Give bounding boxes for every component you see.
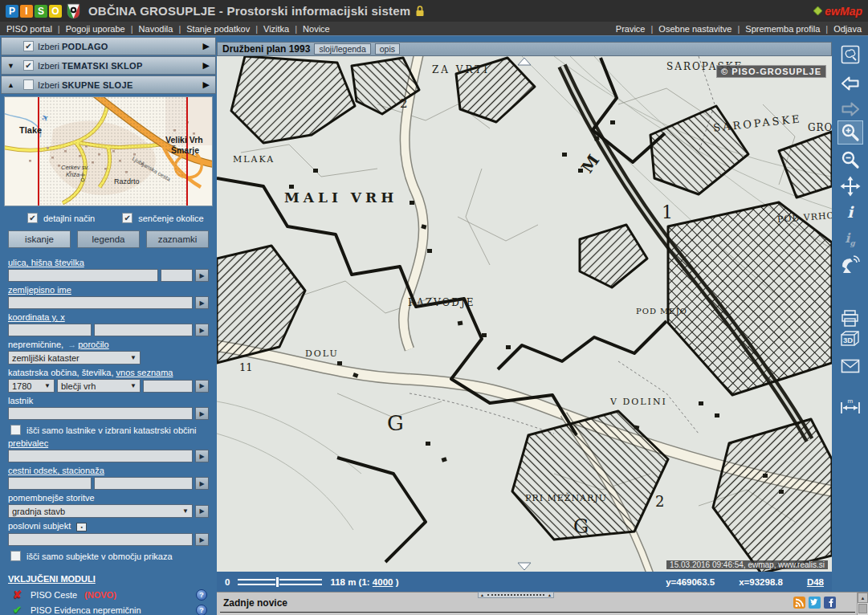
option-detailed-mode[interactable]: ✔ detajlni način: [27, 213, 95, 223]
geoname-input[interactable]: [8, 296, 193, 309]
services-select[interactable]: gradnja stavb ▼: [8, 504, 193, 518]
list-entry-link[interactable]: vnos seznama: [116, 368, 173, 377]
modules-title: VKLJUČENI MODULI: [8, 574, 217, 584]
panel-open-arrow-icon[interactable]: ▶: [203, 60, 210, 71]
menu-odjava[interactable]: Odjava: [820, 24, 862, 34]
business-search-button[interactable]: ▶: [195, 533, 209, 546]
owner-input[interactable]: [8, 407, 193, 420]
tab-legenda[interactable]: legenda: [77, 230, 140, 248]
scale-slider[interactable]: [238, 579, 322, 585]
menu-pravice[interactable]: Pravice: [616, 24, 646, 34]
menu-sprememba-profila[interactable]: Sprememba profila: [731, 24, 820, 34]
checkbox[interactable]: ✔: [122, 213, 132, 223]
map-image[interactable]: [217, 56, 832, 572]
measure-button[interactable]: m: [837, 394, 863, 418]
panel-checkbox[interactable]: ✔: [23, 60, 34, 71]
scroll-up-button[interactable]: ▲: [858, 593, 868, 603]
tab-iskanje[interactable]: iskanje: [8, 230, 71, 248]
expander-icon[interactable]: ▲: [7, 81, 23, 89]
module-link[interactable]: PISO Evidenca nepremičnin: [31, 605, 141, 615]
twitter-icon[interactable]: [809, 597, 821, 609]
identify-button[interactable]: i: [837, 200, 863, 224]
identify-group-button[interactable]: ig: [837, 227, 863, 251]
road-section-input[interactable]: [8, 477, 92, 490]
menu-pogoji-uporabe[interactable]: Pogoji uporabe: [52, 24, 125, 34]
business-registry-icon[interactable]: ▪: [76, 523, 87, 532]
tab-zaznamki[interactable]: zaznamki: [146, 230, 209, 248]
news-scrollbar[interactable]: ▲: [857, 593, 868, 615]
scroll-thumb[interactable]: [858, 604, 867, 613]
geoname-label[interactable]: zemljepisno ime: [8, 285, 209, 295]
cadastral-name-select[interactable]: blečji vrh ▼: [57, 379, 141, 393]
pan-button[interactable]: [837, 174, 863, 198]
panel-header-podlago[interactable]: ✔ Izberi PODLAGO ▶: [1, 37, 216, 55]
geoname-search-button[interactable]: ▶: [195, 296, 209, 309]
forward-button[interactable]: [837, 97, 863, 121]
panel-resize-handle[interactable]: ▲ ▲: [478, 592, 554, 598]
option-shading[interactable]: ✔ senčenje okolice: [122, 213, 203, 223]
coordinate-label[interactable]: koordinata y, x: [8, 312, 209, 322]
menu-novice[interactable]: Novice: [289, 24, 329, 34]
coordinate-y-input[interactable]: [8, 324, 92, 336]
checkbox[interactable]: ✔: [10, 425, 21, 435]
help-button[interactable]: ?: [196, 589, 207, 601]
road-section-label[interactable]: cestni odsek, stacionaža: [8, 466, 209, 475]
business-filter-option[interactable]: ✔ išči samo subjekte v območju prikaza: [10, 551, 209, 561]
description-button[interactable]: opis: [375, 43, 400, 55]
menu-stanje-podatkov[interactable]: Stanje podatkov: [173, 24, 250, 34]
layers-legend-button[interactable]: sloji/legenda: [314, 43, 370, 55]
parcel-search-button[interactable]: ▶: [195, 380, 209, 393]
scale-ratio-link[interactable]: 4000: [373, 577, 393, 587]
road-section-search-button[interactable]: ▶: [195, 477, 209, 490]
datum-link[interactable]: D48: [807, 577, 824, 587]
parcel-number-input[interactable]: [143, 380, 193, 393]
full-extent-button[interactable]: [837, 43, 863, 67]
house-number-input[interactable]: [161, 269, 193, 282]
panel-header-skupne-sloje[interactable]: ▲ ✔ Izberi SKUPNE SLOJE ▶: [1, 75, 216, 94]
menu-navodila[interactable]: Navodila: [125, 24, 173, 34]
map-label: 2: [400, 96, 408, 111]
owner-search-button[interactable]: ▶: [195, 407, 209, 420]
panel-open-arrow-icon[interactable]: ▶: [203, 41, 210, 51]
threed-view-button[interactable]: 3D: [837, 327, 863, 351]
help-button[interactable]: ?: [196, 605, 207, 615]
street-label[interactable]: ulica, hišna številka: [8, 258, 209, 267]
street-search-button[interactable]: ▶: [195, 269, 209, 282]
cadastral-code-select[interactable]: 1780 ▼: [8, 379, 55, 393]
module-link[interactable]: PISO Ceste: [31, 590, 77, 600]
menu-vizitka[interactable]: Vizitka: [250, 24, 289, 34]
menu-osebne-nastavitve[interactable]: Osebne nastavitve: [646, 24, 732, 34]
resident-search-button[interactable]: ▶: [195, 450, 209, 462]
panel-header-tematski-sklop[interactable]: ▼ ✔ Izberi TEMATSKI SKLOP ▶: [1, 56, 216, 75]
coordinate-search-button[interactable]: ▶: [195, 324, 209, 336]
report-link[interactable]: poročilo: [78, 340, 109, 349]
piso-logo[interactable]: P I S O: [6, 5, 62, 18]
map-viewport[interactable]: ZA VRTI SAROPASKE SAROPASKE GRO MLAKA MA…: [217, 56, 832, 572]
facebook-icon[interactable]: [824, 597, 836, 609]
panel-checkbox[interactable]: ✔: [23, 41, 34, 51]
rss-icon[interactable]: [793, 597, 805, 609]
scale-slider-handle[interactable]: [275, 576, 279, 588]
business-label: poslovni subjekt ▪: [8, 521, 209, 532]
gps-button[interactable]: [837, 253, 863, 277]
owner-filter-option[interactable]: ✔ išči samo lastnike v izbrani katastrsk…: [10, 425, 209, 435]
overview-map[interactable]: ✈ Tlake Veliki Vrh Šmarje Cerkev sv. Kri…: [4, 96, 213, 206]
zoom-out-button[interactable]: [837, 148, 863, 172]
checkbox[interactable]: ✔: [10, 551, 21, 561]
realestate-select[interactable]: zemljiški kataster ▼: [8, 351, 141, 365]
business-input[interactable]: [8, 533, 193, 546]
services-go-button[interactable]: ▶: [195, 505, 209, 518]
coordinate-x-input[interactable]: [94, 324, 193, 336]
panel-open-arrow-icon[interactable]: ▶: [203, 79, 210, 90]
resident-label[interactable]: prebivalec: [8, 438, 209, 448]
send-mail-button[interactable]: [837, 354, 863, 378]
menu-piso-portal[interactable]: PISO portal: [6, 24, 52, 34]
resident-input[interactable]: [8, 450, 193, 462]
street-input[interactable]: [8, 269, 158, 282]
checkbox[interactable]: ✔: [27, 213, 38, 223]
expander-icon[interactable]: ▼: [7, 62, 23, 70]
back-button[interactable]: [837, 71, 863, 96]
zoom-in-button[interactable]: [837, 120, 863, 145]
chainage-input[interactable]: [94, 477, 193, 490]
panel-checkbox[interactable]: ✔: [23, 79, 34, 90]
